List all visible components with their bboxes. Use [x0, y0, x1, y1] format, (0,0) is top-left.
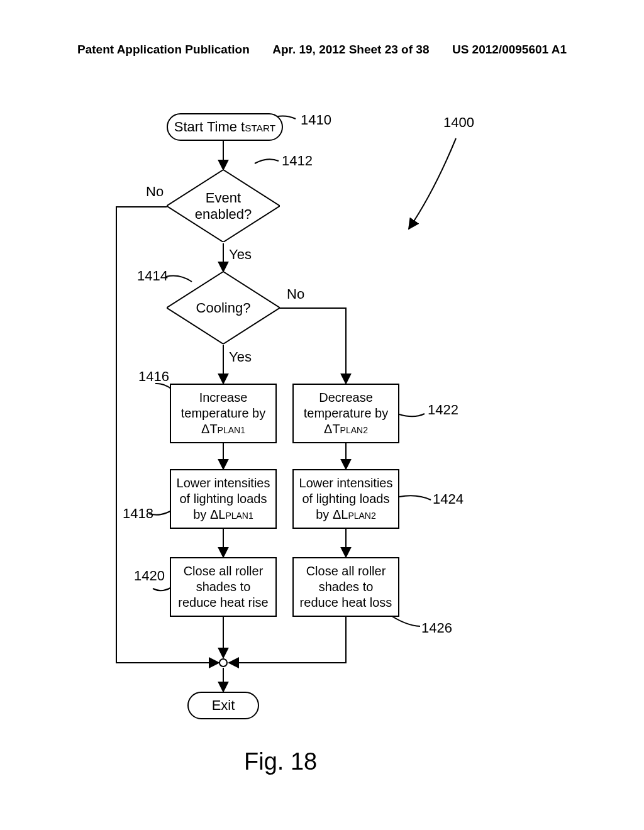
figure-caption: Fig. 18	[244, 748, 317, 775]
junction-node	[219, 658, 228, 667]
ref-1410: 1410	[301, 112, 331, 128]
ref-1420: 1420	[134, 568, 165, 584]
flowchart: Start Time tSTART Event enabled? Cooling…	[0, 82, 644, 817]
event-enabled-label: Event enabled?	[195, 189, 252, 223]
ref-1424: 1424	[433, 491, 464, 507]
event-no-label: No	[146, 184, 164, 200]
event-enabled-decision: Event enabled?	[167, 170, 280, 242]
close-shades-heat-loss-process: Close all roller shades to reduce heat l…	[292, 557, 399, 617]
ref-1416: 1416	[138, 368, 169, 385]
cooling-yes-label: Yes	[229, 349, 252, 365]
increase-temp-process: Increase temperature by ΔTPLAN1	[170, 384, 277, 443]
start-label: Start Time tSTART	[174, 119, 276, 135]
flowchart-connectors	[0, 82, 644, 817]
ref-1400: 1400	[443, 114, 474, 131]
header-right: US 2012/0095601 A1	[452, 43, 567, 57]
event-yes-label: Yes	[229, 246, 252, 263]
decrease-temp-process: Decrease temperature by ΔTPLAN2	[292, 384, 399, 443]
lower-lighting-plan1-process: Lower intensities of lighting loads by Δ…	[170, 469, 277, 529]
page-header: Patent Application Publication Apr. 19, …	[0, 43, 644, 57]
cooling-decision: Cooling?	[167, 272, 280, 344]
ref-1422: 1422	[428, 402, 458, 418]
lower-lighting-plan2-process: Lower intensities of lighting loads by Δ…	[292, 469, 399, 529]
ref-1414: 1414	[137, 268, 168, 284]
cooling-no-label: No	[287, 286, 304, 302]
page: Patent Application Publication Apr. 19, …	[0, 0, 644, 830]
header-mid: Apr. 19, 2012 Sheet 23 of 38	[272, 43, 429, 57]
cooling-label: Cooling?	[196, 299, 251, 316]
exit-terminal: Exit	[187, 692, 259, 719]
exit-label: Exit	[212, 697, 235, 714]
ref-1426: 1426	[421, 620, 452, 636]
header-left: Patent Application Publication	[77, 43, 250, 57]
ref-1418: 1418	[123, 506, 153, 522]
start-terminal: Start Time tSTART	[167, 113, 283, 141]
close-shades-heat-rise-process: Close all roller shades to reduce heat r…	[170, 557, 277, 617]
ref-1412: 1412	[282, 153, 313, 169]
